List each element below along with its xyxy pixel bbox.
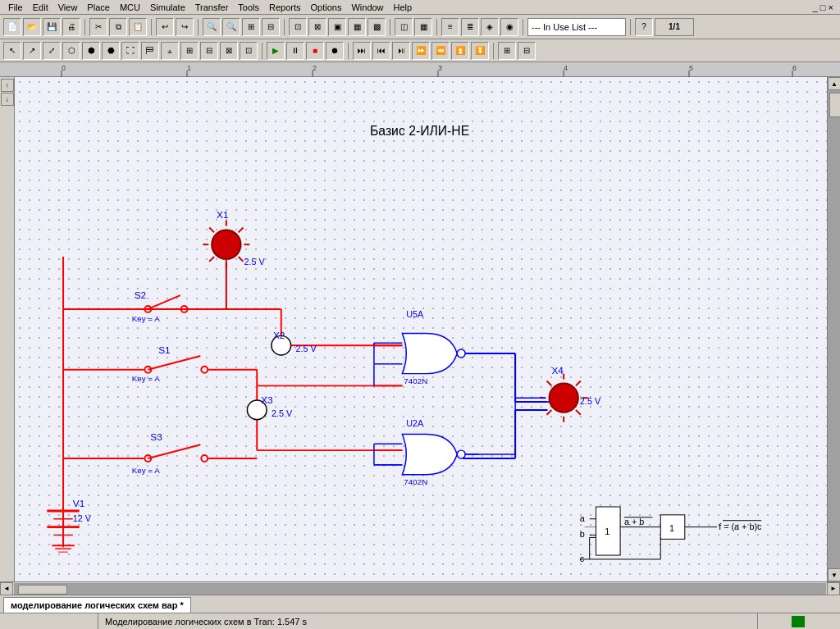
select-tool[interactable]: ↖ (3, 42, 21, 60)
new-button[interactable]: 📄 (3, 18, 21, 36)
stop-button[interactable]: ■ (306, 42, 324, 60)
tb-extra8[interactable]: ≡ (441, 18, 459, 36)
print-button[interactable]: 🖨 (62, 18, 80, 36)
ltb-1[interactable]: ↑ (1, 79, 14, 92)
undo-button[interactable]: ↩ (156, 18, 174, 36)
svg-line-68 (576, 381, 581, 385)
scroll-thumb[interactable] (829, 93, 840, 117)
tb2-b6[interactable]: ⬣ (102, 42, 120, 60)
main-area: ↑ ↓ Базис 2-ИЛИ-НЕ (0, 77, 840, 581)
tb2-sim3[interactable]: ⏯ (392, 42, 410, 60)
tb2-sim5[interactable]: ⏪ (431, 42, 450, 60)
open-button[interactable]: 📂 (23, 18, 41, 36)
tb2-sim1[interactable]: ⏭ (353, 42, 371, 60)
v1-label: V1 (73, 498, 84, 509)
tb2-b4[interactable]: ⬡ (62, 42, 80, 60)
tb-extra6[interactable]: ◫ (395, 18, 413, 36)
cut-button[interactable]: ✂ (89, 18, 107, 36)
tb2-b7[interactable]: ⛶ (121, 42, 139, 60)
indicator: 1/1 (655, 18, 694, 36)
tb2-b8[interactable]: ⛿ (141, 42, 159, 60)
menu-mcu[interactable]: MCU (115, 2, 145, 13)
s2-key: Key = A (132, 314, 161, 323)
tb-extra5[interactable]: ▩ (368, 18, 386, 36)
menu-file[interactable]: File (3, 2, 28, 13)
menubar: File Edit View Place MCU Simulate Transf… (0, 0, 840, 15)
tb2-b13[interactable]: ⊡ (240, 42, 258, 60)
menu-transfer[interactable]: Transfer (190, 2, 234, 13)
scroll-right-button[interactable]: ► (827, 582, 840, 595)
s3-label: S3 (150, 431, 162, 443)
hscroll-thumb[interactable] (18, 585, 67, 595)
scroll-down-button[interactable]: ▼ (828, 568, 840, 581)
tb-extra11[interactable]: ◉ (500, 18, 518, 36)
tb2-b5[interactable]: ⬢ (82, 42, 100, 60)
tb2-sim6[interactable]: ⏫ (451, 42, 469, 60)
s1-label: S1 (158, 344, 170, 356)
menu-simulate[interactable]: Simulate (145, 2, 190, 13)
svg-line-26 (148, 356, 200, 370)
menu-window[interactable]: Window (346, 2, 388, 13)
tb-extra2[interactable]: ⊠ (308, 18, 326, 36)
left-toolbar: ↑ ↓ (0, 77, 15, 581)
svg-text:c: c (580, 554, 585, 563)
svg-text:7402N: 7402N (404, 477, 427, 486)
tb-extra1[interactable]: ⊡ (289, 18, 307, 36)
menu-options[interactable]: Options (306, 2, 347, 13)
svg-text:2.5 V: 2.5 V (295, 344, 317, 353)
tb-extra4[interactable]: ▦ (348, 18, 366, 36)
menu-reports[interactable]: Reports (264, 2, 306, 13)
zoom-out-button[interactable]: 🔍 (222, 18, 240, 36)
status-green-indicator (792, 616, 805, 627)
tb2-extra1[interactable]: ⊞ (498, 42, 516, 60)
tb2-sim7[interactable]: ⏬ (471, 42, 489, 60)
tb-extra9[interactable]: ≣ (461, 18, 479, 36)
run-button[interactable]: ▶ (267, 42, 285, 60)
step-button[interactable]: ⏺ (326, 42, 344, 60)
tb2-b9[interactable]: ⟁ (161, 42, 179, 60)
scroll-track[interactable] (828, 90, 840, 568)
menu-place[interactable]: Place (82, 2, 115, 13)
tb-extra7[interactable]: ▦ (414, 18, 432, 36)
tab-bar: моделирование логических схем вар * (0, 595, 840, 613)
menu-tools[interactable]: Tools (233, 2, 264, 13)
status-middle: Моделирование логических схем в Tran: 1.… (98, 613, 758, 629)
status-bar: Моделирование логических схем в Tran: 1.… (0, 613, 840, 629)
zoom-in-button[interactable]: 🔍 (203, 18, 221, 36)
separator-t2a (262, 43, 262, 59)
menu-edit[interactable]: Edit (28, 2, 53, 13)
zoom-100-button[interactable]: ⊟ (262, 18, 280, 36)
help-button[interactable]: ? (635, 18, 653, 36)
copy-button[interactable]: ⧉ (109, 18, 127, 36)
pause-button[interactable]: ⏸ (286, 42, 304, 60)
canvas-area[interactable]: Базис 2-ИЛИ-НЕ (15, 77, 827, 581)
tb2-b2[interactable]: ↗ (23, 42, 41, 60)
tb2-b3[interactable]: ⤢ (43, 42, 61, 60)
zoom-fit-button[interactable]: ⊞ (242, 18, 260, 36)
hscroll-track[interactable] (14, 583, 826, 595)
s3-key: Key = A (132, 466, 161, 475)
redo-button[interactable]: ↪ (176, 18, 194, 36)
u2a-gate (402, 434, 457, 474)
tb2-sim2[interactable]: ⏮ (372, 42, 390, 60)
save-button[interactable]: 💾 (43, 18, 61, 36)
inuse-dropdown[interactable]: --- In Use List --- (527, 18, 626, 36)
svg-text:X1: X1 (217, 209, 228, 221)
tb2-b11[interactable]: ⊟ (200, 42, 218, 60)
menu-help[interactable]: Help (389, 2, 418, 13)
paste-button[interactable]: 📋 (129, 18, 147, 36)
separator3 (198, 19, 199, 35)
separator7 (523, 19, 523, 35)
scroll-left-button[interactable]: ◄ (0, 582, 13, 595)
tb2-sim4[interactable]: ⏩ (412, 42, 430, 60)
ltb-2[interactable]: ↓ (1, 93, 14, 106)
tb-extra10[interactable]: ◈ (481, 18, 499, 36)
menu-view[interactable]: View (53, 2, 83, 13)
scroll-up-button[interactable]: ▲ (828, 77, 840, 90)
tab-active[interactable]: моделирование логических схем вар * (3, 597, 191, 613)
tb-extra3[interactable]: ▣ (328, 18, 346, 36)
tb2-b12[interactable]: ⊠ (220, 42, 238, 60)
tb2-b10[interactable]: ⊞ (180, 42, 199, 60)
tb2-extra2[interactable]: ⊟ (518, 42, 536, 60)
svg-text:X4: X4 (551, 365, 564, 376)
